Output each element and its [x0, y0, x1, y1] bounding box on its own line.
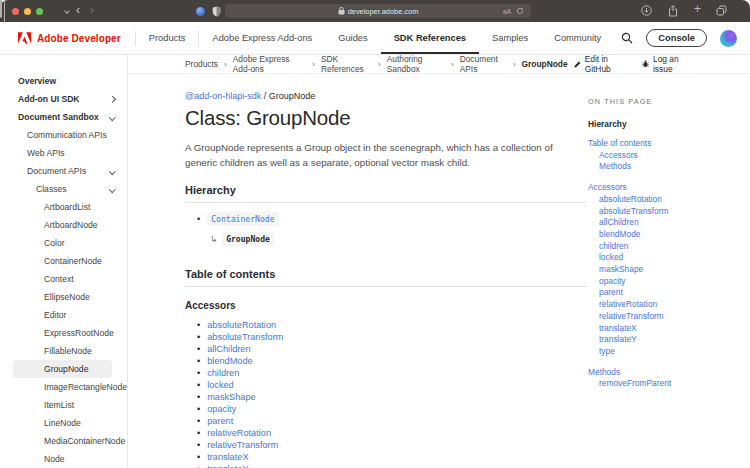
sidebar-toggle-icon[interactable]	[0, 0, 2, 18]
otp-accessor-link[interactable]: relativeTransform	[588, 311, 743, 323]
accessor-link[interactable]: absoluteRotation	[207, 320, 276, 330]
sidebar-item-document-apis[interactable]: Document APIs	[0, 162, 127, 180]
sidebar-item-web-apis[interactable]: Web APIs	[0, 144, 127, 162]
tab-overview-icon[interactable]	[716, 5, 727, 16]
sidebar-item-add-on-ui-sdk[interactable]: Add-on UI SDK	[0, 90, 127, 108]
package-link[interactable]: @add-on-hlapi-sdk	[185, 91, 261, 101]
downloads-icon[interactable]	[641, 5, 652, 16]
reload-icon[interactable]	[516, 7, 524, 15]
accessor-link[interactable]: parent	[207, 416, 233, 426]
sidebar-item-ellipsenode[interactable]: EllipseNode	[0, 288, 127, 306]
sidebar-item-containernode[interactable]: ContainerNode	[0, 252, 127, 270]
sidebar-item-classes[interactable]: Classes	[0, 180, 127, 198]
forward-icon[interactable]: ›	[90, 3, 94, 17]
nav-guides[interactable]: Guides	[325, 22, 380, 54]
translate-icon[interactable]: aA	[503, 8, 511, 15]
sidebar-item-editor[interactable]: Editor	[0, 306, 127, 324]
otp-link-accessors[interactable]: Accessors	[588, 182, 743, 194]
breadcrumb-sdk-references[interactable]: SDK References	[321, 54, 372, 74]
otp-accessor-link[interactable]: translateX	[588, 323, 743, 335]
otp-accessor-link[interactable]: blendMode	[588, 229, 743, 241]
sidebar-item-artboardlist[interactable]: ArtboardList	[0, 198, 127, 216]
sidebar-item-artboardnode[interactable]: ArtboardNode	[0, 216, 127, 234]
accessor-link[interactable]: locked	[207, 380, 234, 390]
list-item: •maskShape	[197, 391, 587, 403]
accessor-link[interactable]: allChildren	[207, 344, 250, 354]
sidebar-item-fillablenode[interactable]: FillableNode	[0, 342, 127, 360]
otp-link-toc-methods[interactable]: Methods	[588, 161, 743, 173]
minimize-window-button[interactable]	[24, 8, 31, 15]
nav-adobe-express-add-ons[interactable]: Adobe Express Add-ons	[199, 22, 325, 54]
close-window-button[interactable]	[12, 8, 19, 15]
otp-accessor-link[interactable]: children	[588, 241, 743, 253]
adobe-logo-icon	[18, 32, 31, 44]
nav-community[interactable]: Community	[541, 22, 614, 54]
log-an-issue-button[interactable]: Log an issue	[642, 54, 690, 74]
otp-link-toc[interactable]: Table of contents	[588, 138, 743, 150]
zoom-window-button[interactable]	[36, 8, 43, 15]
list-item: •relativeRotation	[197, 427, 587, 439]
sidebar-item-color[interactable]: Color	[0, 234, 127, 252]
sidebar-item-overview[interactable]: Overview	[0, 72, 127, 90]
list-bullet: •	[197, 357, 200, 366]
edit-in-github-button[interactable]: Edit in GitHub	[574, 54, 625, 74]
sidebar-item-groupnode-active[interactable]: GroupNode	[13, 360, 112, 378]
otp-method-link[interactable]: removeFromParent	[588, 378, 743, 390]
console-button[interactable]: Console	[646, 29, 707, 47]
otp-accessor-link[interactable]: translateY	[588, 334, 743, 346]
browser-titlebar: ‹ › developer.adobe.com aA +	[0, 0, 750, 22]
otp-hierarchy-current[interactable]: Hierarchy	[588, 119, 743, 129]
sidebar-item-itemlist[interactable]: ItemList	[0, 396, 127, 414]
sidebar-item-linenode[interactable]: LineNode	[0, 414, 127, 432]
list-item: •translateX	[197, 451, 587, 463]
hierarchy-parent-link[interactable]: ContainerNode	[207, 212, 278, 226]
accessor-link[interactable]: opacity	[207, 404, 236, 414]
sidebar-item-mediacontainernode[interactable]: MediaContainerNode	[0, 432, 127, 450]
otp-accessor-link[interactable]: parent	[588, 287, 743, 299]
list-item: •opacity	[197, 403, 587, 415]
sidebar-item-node[interactable]: Node	[0, 450, 127, 468]
sidebar-item-context[interactable]: Context	[0, 270, 127, 288]
sidebar-item-document-sandbox[interactable]: Document Sandbox	[0, 108, 127, 126]
share-icon[interactable]	[668, 5, 678, 17]
otp-accessor-link[interactable]: absoluteTransform	[588, 206, 743, 218]
nav-products[interactable]: Products	[136, 22, 199, 54]
accessor-link[interactable]: maskShape	[207, 392, 256, 402]
otp-accessor-link[interactable]: maskShape	[588, 264, 743, 276]
nav-sdk-references[interactable]: SDK References	[381, 22, 479, 54]
breadcrumb-document-apis[interactable]: Document APIs	[460, 54, 507, 74]
sidebar-item-communication-apis[interactable]: Communication APIs	[0, 126, 127, 144]
sidebar-caret-icon[interactable]	[64, 8, 70, 14]
nav-samples[interactable]: Samples	[479, 22, 541, 54]
otp-accessor-link[interactable]: locked	[588, 252, 743, 264]
extension-orb-icon[interactable]	[196, 7, 205, 16]
avatar[interactable]	[720, 30, 737, 47]
accessor-link[interactable]: translateY	[207, 464, 248, 468]
sidebar-item-imagerectanglenode[interactable]: ImageRectangleNode	[0, 378, 127, 396]
search-icon[interactable]	[621, 32, 633, 44]
accessor-link[interactable]: children	[207, 368, 239, 378]
accessor-link[interactable]: absoluteTransform	[207, 332, 283, 342]
otp-accessor-link[interactable]: allChildren	[588, 217, 743, 229]
adobe-developer-logo[interactable]: Adobe Developer	[0, 22, 135, 54]
accessor-link[interactable]: blendMode	[207, 356, 252, 366]
breadcrumb-authoring-sandbox[interactable]: Authoring Sandbox	[387, 54, 445, 74]
otp-link-methods[interactable]: Methods	[588, 367, 743, 379]
address-bar[interactable]: developer.adobe.com aA	[225, 4, 531, 18]
otp-accessor-link[interactable]: type	[588, 346, 743, 358]
breadcrumb-products[interactable]: Products	[185, 59, 218, 69]
new-tab-icon[interactable]: +	[694, 2, 701, 16]
list-bullet: •	[197, 333, 200, 342]
breadcrumb-separator: ›	[224, 60, 227, 69]
otp-accessor-link[interactable]: relativeRotation	[588, 299, 743, 311]
otp-link-toc-accessors[interactable]: Accessors	[588, 150, 743, 162]
breadcrumb-adobe-express-add-ons[interactable]: Adobe Express Add-ons	[233, 54, 307, 74]
otp-accessor-link[interactable]: absoluteRotation	[588, 194, 743, 206]
otp-accessor-link[interactable]: opacity	[588, 276, 743, 288]
sidebar-item-expressrootnode[interactable]: ExpressRootNode	[0, 324, 127, 342]
shield-extension-icon[interactable]	[212, 6, 221, 17]
accessor-link[interactable]: translateX	[207, 452, 248, 462]
accessor-link[interactable]: relativeTransform	[207, 440, 278, 450]
accessor-link[interactable]: relativeRotation	[207, 428, 271, 438]
back-icon[interactable]: ‹	[76, 3, 80, 17]
